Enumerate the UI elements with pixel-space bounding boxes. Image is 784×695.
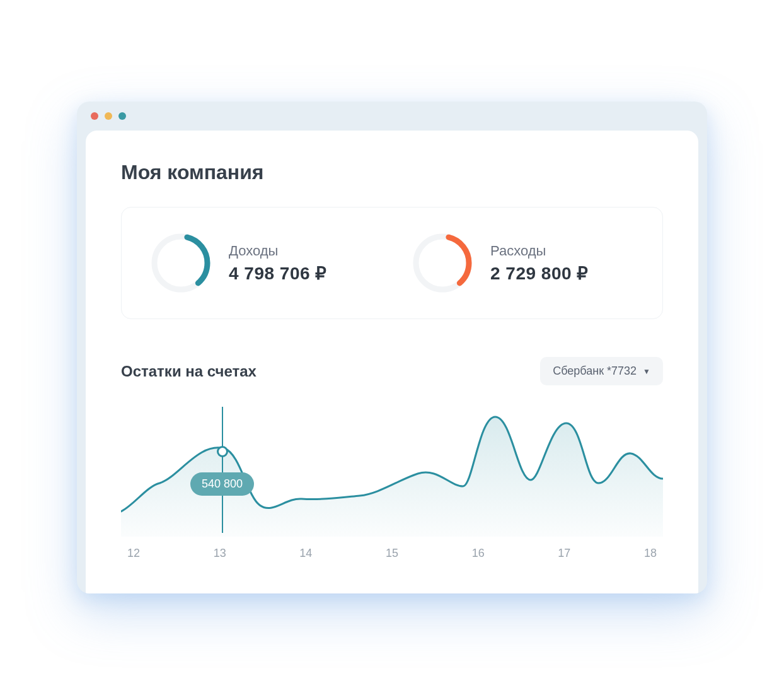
x-tick: 15 (386, 547, 398, 560)
main-content: Моя компания Доходы 4 798 706 ₽ (86, 131, 698, 593)
income-metric: Доходы 4 798 706 ₽ (149, 231, 373, 295)
income-value: 4 798 706 ₽ (229, 263, 327, 284)
summary-card: Доходы 4 798 706 ₽ Расходы 2 729 800 ₽ (121, 207, 663, 319)
expenses-value: 2 729 800 ₽ (490, 263, 589, 284)
expenses-text: Расходы 2 729 800 ₽ (490, 243, 589, 284)
income-text: Доходы 4 798 706 ₽ (229, 243, 327, 284)
x-tick: 18 (644, 547, 657, 560)
income-ring-icon (149, 231, 212, 295)
area-chart (121, 404, 663, 537)
x-tick: 13 (214, 547, 226, 560)
x-tick: 12 (127, 547, 140, 560)
chart-x-axis: 12 13 14 15 16 17 18 (121, 537, 663, 560)
balances-chart[interactable]: 540 800 12 13 14 15 16 17 18 (121, 404, 663, 568)
chart-cursor-point-icon (217, 446, 228, 457)
expenses-metric: Расходы 2 729 800 ₽ (411, 231, 635, 295)
x-tick: 16 (472, 547, 485, 560)
maximize-window-icon[interactable] (118, 112, 126, 120)
close-window-icon[interactable] (91, 112, 98, 120)
x-tick: 17 (558, 547, 570, 560)
window-titlebar (77, 102, 707, 131)
expenses-ring-icon (411, 231, 474, 295)
page-title: Моя компания (121, 161, 663, 184)
x-tick: 14 (299, 547, 312, 560)
app-window: Моя компания Доходы 4 798 706 ₽ (77, 102, 707, 593)
account-selector-dropdown[interactable]: Сбербанк *7732 ▼ (540, 357, 663, 385)
minimize-window-icon[interactable] (105, 112, 112, 120)
income-label: Доходы (229, 243, 327, 259)
chart-cursor-line (222, 407, 223, 533)
expenses-label: Расходы (490, 243, 589, 259)
balances-title: Остатки на счетах (121, 363, 257, 380)
balances-header: Остатки на счетах Сбербанк *7732 ▼ (121, 357, 663, 385)
chart-tooltip: 540 800 (190, 472, 254, 496)
chevron-down-icon: ▼ (643, 367, 650, 376)
account-selector-label: Сбербанк *7732 (553, 365, 637, 378)
